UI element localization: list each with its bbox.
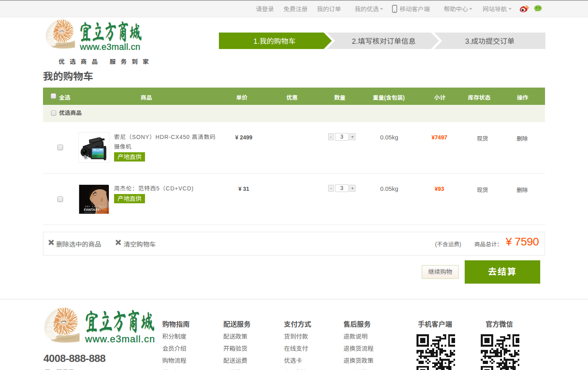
svg-text:LOVE: LOVE: [99, 206, 105, 208]
svg-text:WITH SONG OF 1+1 ONLY ONE: WITH SONG OF 1+1 ONLY ONE: [84, 212, 104, 213]
svg-text:FANTASY!: FANTASY!: [84, 208, 100, 212]
